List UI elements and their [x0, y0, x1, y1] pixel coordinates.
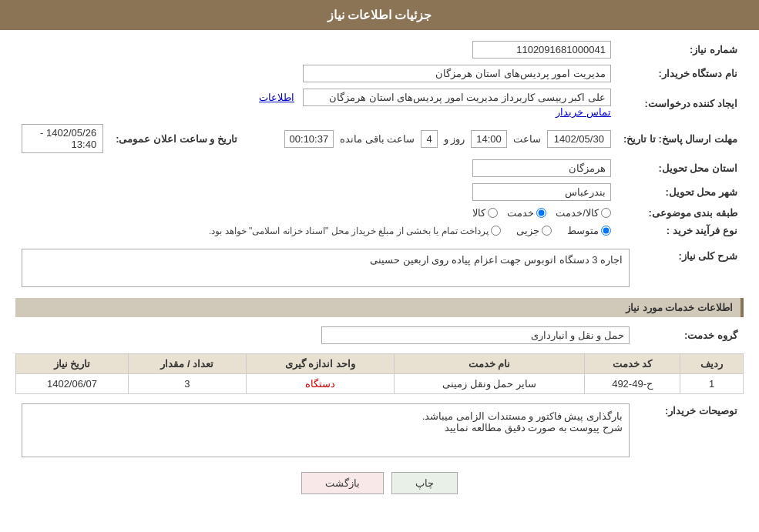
radio-kala-khedmat[interactable] [601, 208, 611, 218]
category-kala-khedmat: کالا/خدمت [556, 207, 611, 219]
creator-value: علی اکبر ریيسی کاربرداز مدیریت امور پردی… [243, 85, 617, 121]
table-cell: 1402/06/07 [16, 374, 129, 394]
province-value: هرمزگان [243, 156, 617, 180]
col-name: نام خدمت [395, 354, 585, 374]
col-qty: تعداد / مقدار [129, 354, 247, 374]
creator-label: ایجاد کننده درخواست: [617, 85, 744, 121]
need-desc-label: شرح کلی نیاز: [636, 246, 744, 290]
process-jozei: جزیی [516, 225, 552, 236]
kala-label: کالا [472, 207, 485, 219]
process-text: پرداخت تمام یا بخشی از مبلغ خریداز محل "… [209, 226, 489, 236]
process-motavaset: متوسط [567, 225, 611, 236]
category-label: طبقه بندی موضوعی: [617, 204, 744, 222]
city-box: بندرعباس [472, 183, 611, 201]
deadline-remaining-label: ساعت باقی مانده [340, 133, 415, 145]
need-desc-value: اجاره 3 دستگاه اتوبوس جهت اعزام پیاده رو… [15, 246, 636, 290]
services-section-title: اطلاعات خدمات مورد نیاز [15, 298, 744, 317]
table-cell: دستگاه [246, 374, 394, 394]
radio-khedmat[interactable] [536, 208, 546, 218]
category-khedmat: خدمت [507, 207, 546, 219]
khedmat-label: خدمت [507, 207, 534, 219]
need-number-value: 1102091681000041 [243, 38, 617, 62]
announce-value: 1402/05/26 - 13:40 [15, 121, 109, 156]
table-row: 1ح-49-492سایر حمل ونقل زمینیدستگاه31402/… [16, 374, 744, 394]
col-date: تاریخ نیاز [16, 354, 129, 374]
creator-box: علی اکبر ریيسی کاربرداز مدیریت امور پردی… [303, 89, 611, 106]
col-row: ردیف [680, 354, 744, 374]
deadline-date: 1402/05/30 [547, 130, 611, 148]
need-desc-box: اجاره 3 دستگاه اتوبوس جهت اعزام پیاده رو… [22, 249, 630, 287]
buyer-notes-table: توصیحات خریدار: بارگذاری پیش فاکتور و مس… [15, 400, 744, 460]
deadline-days-label: روز و [444, 133, 465, 145]
org-name-value: مدیریت امور پردیس‌های استان هرمزگان [243, 62, 617, 85]
col-unit: واحد اندازه گیری [246, 354, 394, 374]
announce-box: 1402/05/26 - 13:40 [22, 124, 103, 153]
deadline-row: 1402/05/30 ساعت 14:00 روز و 4 ساعت باقی … [243, 121, 617, 156]
button-row: چاپ بازگشت [15, 472, 744, 494]
table-cell: 3 [129, 374, 247, 394]
city-value: بندرعباس [243, 180, 617, 204]
need-description-table: شرح کلی نیاز: اجاره 3 دستگاه اتوبوس جهت … [15, 246, 744, 290]
deadline-label: مهلت ارسال پاسخ: تا تاریخ: [617, 121, 744, 156]
buyer-notes-box: بارگذاری پیش فاکتور و مستندات الزامی میب… [22, 403, 630, 457]
page-header: جزئیات اطلاعات نیاز [0, 0, 759, 30]
col-code: کد خدمت [584, 354, 680, 374]
need-number-box: 1102091681000041 [472, 41, 611, 59]
org-name-box: مدیریت امور پردیس‌های استان هرمزگان [303, 65, 611, 82]
buyer-notes-label: توصیحات خریدار: [636, 400, 744, 460]
category-kala: کالا [472, 207, 498, 219]
deadline-time-label: ساعت [513, 133, 541, 145]
city-label: شهر محل تحویل: [617, 180, 744, 204]
table-cell: سایر حمل ونقل زمینی [395, 374, 585, 394]
services-data-table: ردیف کد خدمت نام خدمت واحد اندازه گیری ت… [15, 353, 744, 394]
radio-kala[interactable] [488, 208, 498, 218]
process-row: متوسط جزیی پرداخت تمام یا بخشی از مبلغ خ… [15, 222, 617, 239]
province-box: هرمزگان [472, 159, 611, 177]
radio-jozei[interactable] [542, 226, 552, 236]
announce-label: تاریخ و ساعت اعلان عمومی: [109, 121, 243, 156]
category-row: کالا/خدمت خدمت کالا [243, 204, 617, 222]
motavaset-label: متوسط [567, 225, 599, 236]
buyer-notes-value: بارگذاری پیش فاکتور و مستندات الزامی میب… [15, 400, 636, 460]
main-content: شماره نیاز: 1102091681000041 نام دستگاه … [0, 30, 759, 514]
kala-khedmat-label: کالا/خدمت [556, 207, 599, 219]
table-cell: ح-49-492 [584, 374, 680, 394]
deadline-time: 14:00 [471, 130, 507, 148]
print-button[interactable]: چاپ [391, 472, 458, 494]
table-cell: 1 [680, 374, 744, 394]
process-label: نوع فرآیند خرید : [617, 222, 744, 239]
basic-info-table: شماره نیاز: 1102091681000041 نام دستگاه … [15, 38, 744, 239]
service-group-label: گروه خدمت: [636, 323, 744, 347]
service-group-box: حمل و نقل و انبارداری [321, 326, 630, 344]
need-number-label: شماره نیاز: [617, 38, 744, 62]
deadline-remaining: 00:10:37 [284, 130, 334, 148]
radio-motavaset[interactable] [601, 226, 611, 236]
jozei-label: جزیی [516, 225, 539, 236]
page-container: جزئیات اطلاعات نیاز شماره نیاز: 11020916… [0, 0, 759, 532]
org-name-label: نام دستگاه خریدار: [617, 62, 744, 85]
back-button[interactable]: بازگشت [301, 472, 384, 494]
service-group-value: حمل و نقل و انبارداری [15, 323, 636, 347]
province-label: استان محل تحویل: [617, 156, 744, 180]
service-group-table: گروه خدمت: حمل و نقل و انبارداری [15, 323, 744, 347]
process-description: پرداخت تمام یا بخشی از مبلغ خریداز محل "… [209, 226, 501, 236]
header-title: جزئیات اطلاعات نیاز [327, 8, 432, 22]
radio-process-third[interactable] [491, 226, 501, 236]
deadline-days: 4 [421, 130, 437, 148]
